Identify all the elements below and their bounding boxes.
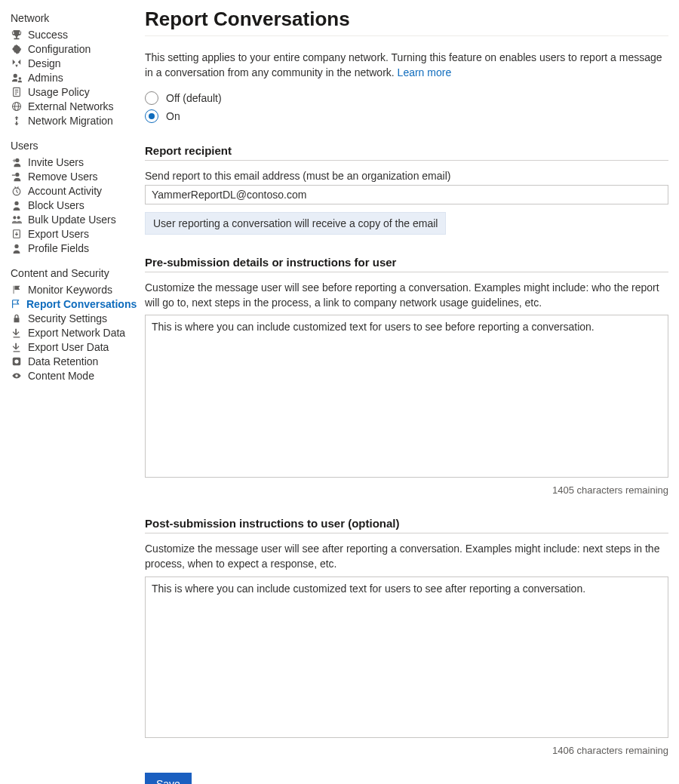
sidebar-item-export-user-data[interactable]: Export User Data xyxy=(11,340,133,354)
export-icon xyxy=(11,228,23,240)
flag-icon xyxy=(11,284,23,296)
sidebar-item-label: Content Mode xyxy=(28,370,94,382)
sidebar-item-data-retention[interactable]: Data Retention xyxy=(11,354,133,368)
sidebar-item-label: Admins xyxy=(28,72,63,84)
post-character-counter: 1406 characters remaining xyxy=(145,745,668,756)
section-report-recipient: Report recipient xyxy=(145,144,668,161)
sidebar-item-export-users[interactable]: Export Users xyxy=(11,226,133,241)
section-post-submission: Post-submission instructions to user (op… xyxy=(145,517,668,533)
person-block-icon xyxy=(11,199,23,211)
sidebar-item-profile-fields[interactable]: Profile Fields xyxy=(11,241,133,255)
svg-point-14 xyxy=(14,244,18,247)
svg-point-10 xyxy=(14,201,18,204)
pre-help-text: Customize the message user will see befo… xyxy=(145,280,668,311)
download-icon xyxy=(11,341,23,353)
main-content: Report Conversations This setting applie… xyxy=(137,8,668,784)
sidebar-item-success[interactable]: Success xyxy=(11,27,133,42)
eye-icon xyxy=(11,370,23,382)
person-minus-icon xyxy=(11,171,23,183)
sidebar-item-export-network-data[interactable]: Export Network Data xyxy=(11,325,133,340)
svg-point-16 xyxy=(14,359,18,363)
sidebar-item-security-settings[interactable]: Security Settings xyxy=(11,311,133,325)
save-button[interactable]: Save xyxy=(145,773,192,784)
toggle-off[interactable]: Off (default) xyxy=(145,91,668,105)
radio-on-icon xyxy=(145,109,158,123)
sidebar-item-block-users[interactable]: Block Users xyxy=(11,198,133,212)
gear-icon xyxy=(11,43,23,55)
sidebar-item-content-mode[interactable]: Content Mode xyxy=(11,368,133,383)
toggle-on-label: On xyxy=(166,110,180,122)
pre-character-counter: 1405 characters remaining xyxy=(145,484,668,496)
section-pre-submission: Pre-submission details or instructions f… xyxy=(145,256,668,272)
document-icon xyxy=(11,86,23,98)
design-icon xyxy=(11,57,23,69)
sidebar-item-label: Invite Users xyxy=(28,156,84,168)
sidebar-group-content-security: Content and Security xyxy=(11,267,133,279)
lock-icon xyxy=(11,312,23,324)
recipient-note: User reporting a conversation will recei… xyxy=(145,212,446,235)
page-title: Report Conversations xyxy=(145,8,668,31)
sidebar-item-report-conversations[interactable]: Report Conversations xyxy=(11,297,133,311)
trophy-icon xyxy=(11,29,23,41)
person-plus-icon xyxy=(11,156,23,168)
globe-icon xyxy=(11,100,23,112)
sidebar-item-label: Usage Policy xyxy=(28,86,90,98)
clock-icon xyxy=(11,185,23,197)
sidebar: Network Success Configuration Design xyxy=(11,8,137,784)
sidebar-item-bulk-update-users[interactable]: Bulk Update Users xyxy=(11,212,133,226)
sidebar-group-users: Users xyxy=(11,140,133,152)
intro-text: This setting applies to your entire comp… xyxy=(145,50,668,81)
sidebar-item-external-networks[interactable]: External Networks xyxy=(11,99,133,113)
pre-submission-textarea[interactable] xyxy=(145,315,668,478)
sidebar-item-usage-policy[interactable]: Usage Policy xyxy=(11,85,133,99)
sidebar-item-label: Design xyxy=(28,57,61,69)
post-help-text: Customize the message user will see afte… xyxy=(145,541,668,572)
svg-point-12 xyxy=(17,216,20,219)
person-icon xyxy=(11,242,23,254)
sidebar-item-label: Profile Fields xyxy=(28,242,89,254)
post-submission-textarea[interactable] xyxy=(145,576,668,738)
sidebar-item-label: Monitor Keywords xyxy=(28,284,112,296)
sidebar-item-configuration[interactable]: Configuration xyxy=(11,42,133,56)
sidebar-item-label: Export Users xyxy=(28,228,89,240)
sidebar-item-network-migration[interactable]: Network Migration xyxy=(11,113,133,128)
recipient-email-input[interactable] xyxy=(145,185,668,204)
sidebar-item-monitor-keywords[interactable]: Monitor Keywords xyxy=(11,282,133,297)
learn-more-link[interactable]: Learn more xyxy=(398,66,452,78)
svg-point-8 xyxy=(15,172,19,176)
sidebar-item-invite-users[interactable]: Invite Users xyxy=(11,155,133,169)
sidebar-item-label: Export Network Data xyxy=(28,327,125,339)
download-icon xyxy=(11,327,23,339)
migration-icon xyxy=(11,115,23,127)
sidebar-item-label: Security Settings xyxy=(28,312,107,324)
title-divider xyxy=(145,35,668,36)
sidebar-group-network: Network xyxy=(11,12,133,24)
sidebar-item-label: Remove Users xyxy=(28,171,98,183)
sidebar-item-label: Block Users xyxy=(28,199,84,211)
people-icon xyxy=(11,214,23,226)
retention-icon xyxy=(11,355,23,367)
sidebar-item-label: Bulk Update Users xyxy=(28,214,116,226)
sidebar-item-label: Network Migration xyxy=(28,115,113,127)
toggle-off-label: Off (default) xyxy=(166,92,222,104)
sidebar-item-label: External Networks xyxy=(28,100,114,112)
sidebar-item-label: Data Retention xyxy=(28,355,98,367)
radio-off-icon xyxy=(145,91,158,105)
sidebar-item-design[interactable]: Design xyxy=(11,56,133,70)
report-flag-icon xyxy=(11,298,21,310)
sidebar-item-admins[interactable]: Admins xyxy=(11,70,133,85)
sidebar-item-label: Export User Data xyxy=(28,341,109,353)
toggle-on[interactable]: On xyxy=(145,109,668,123)
recipient-label: Send report to this email address (must … xyxy=(145,170,668,182)
sidebar-item-label: Report Conversations xyxy=(26,298,137,310)
admin-icon xyxy=(11,72,23,84)
sidebar-item-label: Account Activity xyxy=(28,185,102,197)
svg-point-11 xyxy=(13,216,16,219)
sidebar-item-label: Configuration xyxy=(28,43,91,55)
sidebar-item-account-activity[interactable]: Account Activity xyxy=(11,183,133,198)
sidebar-item-remove-users[interactable]: Remove Users xyxy=(11,169,133,183)
sidebar-item-label: Success xyxy=(28,29,68,41)
